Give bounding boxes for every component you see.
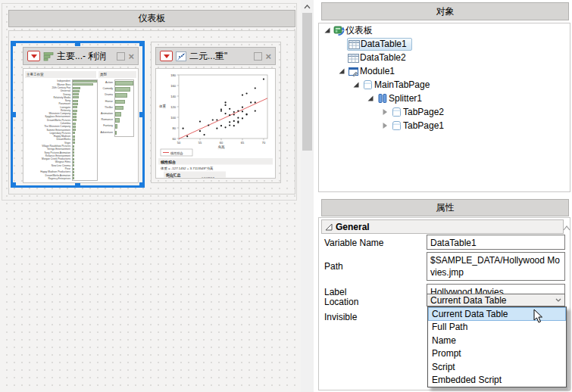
tree-item-DataTable2[interactable]: DataTable2 bbox=[319, 51, 570, 64]
widget-1-title-bar[interactable]: 主要...- 利润 × bbox=[23, 47, 139, 65]
objects-panel-header: 对象 bbox=[321, 2, 569, 20]
scatter-icon bbox=[176, 51, 186, 61]
tree-item-TabPage2[interactable]: TabPage2 bbox=[319, 105, 570, 119]
section-collapse-triangle-icon bbox=[325, 223, 333, 231]
objects-tree: 仪表板DataTable1DataTable2Module1MainTabPag… bbox=[318, 23, 570, 192]
tree-item-label: 仪表板 bbox=[345, 24, 373, 37]
svg-text:70: 70 bbox=[262, 141, 266, 145]
svg-text:160: 160 bbox=[170, 84, 176, 88]
dashboard-canvas[interactable]: 仪表板 主要...- 利润 × 主要工作室类型IndependentWarner… bbox=[0, 0, 301, 392]
dashboard-title-bar: 仪表板 bbox=[8, 10, 295, 27]
red-triangle-menu-icon[interactable] bbox=[160, 51, 173, 61]
maximize-icon[interactable] bbox=[117, 52, 125, 61]
svg-text:50: 50 bbox=[177, 141, 181, 145]
datatable-icon bbox=[348, 39, 361, 50]
expander-open-icon[interactable] bbox=[336, 67, 347, 76]
bar-label: Horror bbox=[90, 100, 113, 104]
properties-panel-header: 属性 bbox=[321, 199, 569, 216]
bar bbox=[73, 100, 78, 102]
expander-closed-icon[interactable] bbox=[379, 107, 390, 117]
widget-2-scatter-preview[interactable]: 60801001201401601805055606570体重身高线性拟合线性拟… bbox=[155, 68, 276, 179]
variable-name-input[interactable]: DataTable1 bbox=[427, 235, 565, 250]
resize-handle-br[interactable] bbox=[139, 182, 145, 188]
widget-2-title-bar[interactable]: 二元...重" × bbox=[155, 47, 276, 65]
tree-item-label: DataTable2 bbox=[360, 52, 406, 63]
resize-handle-mr[interactable] bbox=[139, 112, 145, 117]
tree-item-label: MainTabPage bbox=[374, 79, 430, 90]
path-input[interactable]: $SAMPLE_DATA/Hollywood Movies.jmp bbox=[427, 252, 565, 281]
scrollbar-up-arrow-icon[interactable] bbox=[301, 2, 314, 12]
dropdown-option-current-data-table[interactable]: Current Data Table bbox=[428, 307, 566, 321]
widget-1-bar-chart-preview[interactable]: 主要工作室类型IndependentWarner Bros20th Centur… bbox=[23, 68, 139, 183]
svg-text:60: 60 bbox=[220, 141, 223, 145]
red-triangle-menu-icon[interactable] bbox=[27, 51, 40, 61]
tree-item-TabPage1[interactable]: TabPage1 bbox=[319, 119, 570, 132]
dropdown-option-full-path[interactable]: Full Path bbox=[428, 321, 566, 334]
expander-open-icon[interactable] bbox=[321, 26, 333, 35]
tree-item-label: Module1 bbox=[360, 66, 395, 76]
field-label-location: Location bbox=[324, 297, 358, 307]
tabpage-icon bbox=[390, 107, 403, 118]
resize-handle-tm[interactable] bbox=[75, 41, 80, 46]
bar bbox=[73, 106, 77, 108]
bar bbox=[73, 145, 74, 148]
bar bbox=[73, 132, 75, 134]
dashboard-icon bbox=[333, 25, 345, 36]
bar bbox=[73, 126, 76, 128]
field-label-invisible: Invisible bbox=[324, 312, 357, 322]
resize-handle-tl[interactable] bbox=[11, 41, 16, 46]
tree-item-label: Splitter1 bbox=[389, 93, 422, 104]
svg-text:140: 140 bbox=[170, 95, 176, 98]
general-section-header[interactable]: General bbox=[321, 219, 564, 234]
properties-panel-title: 属性 bbox=[436, 202, 455, 213]
dropdown-option-script[interactable]: Script bbox=[428, 360, 566, 374]
bar-label: Fantasy bbox=[90, 124, 113, 128]
mouse-cursor-icon bbox=[533, 309, 544, 327]
bar bbox=[73, 113, 77, 115]
bar-panel-title: 主要工作室 bbox=[25, 71, 96, 78]
chevron-down-icon bbox=[555, 298, 561, 302]
bar bbox=[115, 106, 123, 110]
tree-item-Splitter1[interactable]: Splitter1 bbox=[319, 92, 570, 105]
dropdown-option-prompt[interactable]: Prompt bbox=[428, 347, 566, 361]
tree-item-label: TabPage1 bbox=[403, 120, 444, 131]
expander-spacer bbox=[336, 39, 347, 48]
bar bbox=[73, 135, 75, 138]
tree-selected-highlight[interactable]: DataTable1 bbox=[347, 38, 412, 51]
bar bbox=[73, 103, 78, 105]
expander-closed-icon[interactable] bbox=[379, 121, 390, 130]
resize-handle-bm[interactable] bbox=[75, 182, 80, 188]
bar bbox=[73, 119, 77, 121]
close-icon[interactable]: × bbox=[265, 52, 271, 61]
resize-handle-tr[interactable] bbox=[139, 41, 145, 46]
bar bbox=[73, 129, 76, 131]
scrollbar-thumb[interactable] bbox=[302, 13, 312, 151]
resize-handle-bl[interactable] bbox=[11, 182, 16, 188]
tree-item-Module1[interactable]: Module1 bbox=[319, 64, 570, 78]
location-select[interactable]: Current Data Table bbox=[427, 294, 565, 306]
bar bbox=[115, 131, 117, 135]
bar bbox=[115, 81, 133, 86]
bar-chart-icon bbox=[43, 51, 54, 61]
bar bbox=[73, 174, 74, 176]
maximize-icon[interactable] bbox=[254, 52, 262, 61]
dropdown-option-name[interactable]: Name bbox=[428, 334, 566, 347]
bar-label: Animation bbox=[90, 112, 113, 116]
panel-scroll-up-icon[interactable] bbox=[563, 220, 570, 234]
tabpage-icon bbox=[390, 120, 403, 132]
expander-open-icon[interactable] bbox=[350, 80, 361, 89]
bar bbox=[73, 90, 80, 92]
close-icon[interactable]: × bbox=[128, 52, 134, 61]
bar-label: Adventure bbox=[90, 131, 113, 135]
expander-open-icon[interactable] bbox=[364, 94, 376, 103]
tree-item-DataTable1[interactable]: DataTable1 bbox=[319, 37, 570, 51]
bar-label: Romance bbox=[90, 118, 113, 122]
svg-text:身高: 身高 bbox=[218, 145, 226, 149]
resize-handle-ml[interactable] bbox=[11, 112, 16, 117]
bar bbox=[73, 142, 75, 144]
dropdown-option-embedded-script[interactable]: Embedded Script bbox=[428, 374, 566, 387]
svg-text:55: 55 bbox=[198, 141, 202, 145]
tree-item-仪表板[interactable]: 仪表板 bbox=[319, 23, 570, 37]
tree-item-MainTabPage[interactable]: MainTabPage bbox=[319, 78, 570, 92]
bar bbox=[73, 168, 74, 170]
